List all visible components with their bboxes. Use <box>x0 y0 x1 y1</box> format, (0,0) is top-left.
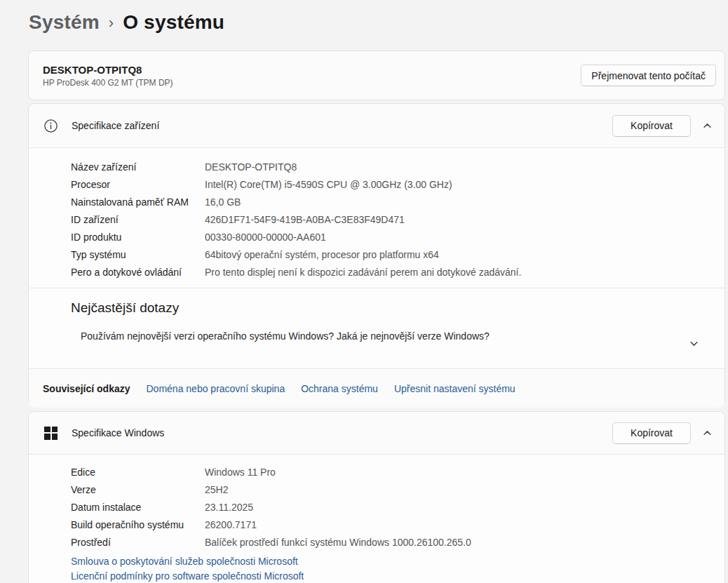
link-domain-or-workgroup[interactable]: Doména nebo pracovní skupina <box>147 383 285 394</box>
windows-specs-list: Edice Windows 11 Pro Verze 25H2 Datum in… <box>29 455 724 583</box>
spec-value: Balíček prostředí funkcí systému Windows… <box>205 537 471 548</box>
windows-logo-icon <box>43 426 58 441</box>
link-system-protection[interactable]: Ochrana systému <box>301 383 378 394</box>
spec-row-device-name: Název zařízení DESKTOP-OTPITQ8 <box>71 158 724 175</box>
breadcrumb-system[interactable]: Systém <box>29 11 100 34</box>
spec-label: Procesor <box>71 179 205 190</box>
copy-windows-specs-button[interactable]: Kopírovat <box>612 422 691 444</box>
device-model: HP ProDesk 400 G2 MT (TPM DP) <box>43 78 581 88</box>
spec-row-edition: Edice Windows 11 Pro <box>71 463 724 481</box>
spec-value: 00330-80000-00000-AA601 <box>205 232 326 243</box>
device-specs-list: Název zařízení DESKTOP-OTPITQ8 Procesor … <box>29 148 724 288</box>
spec-label: Prostředí <box>71 537 205 548</box>
spec-row-experience: Prostředí Balíček prostředí funkcí systé… <box>71 533 724 551</box>
spec-label: Nainstalovaná paměť RAM <box>71 196 205 208</box>
spec-value: 426D1F71-54F9-419B-A0BA-C3E83F49D471 <box>205 214 405 225</box>
chevron-up-icon[interactable] <box>696 422 717 443</box>
spec-row-ram: Nainstalovaná paměť RAM 16,0 GB <box>71 193 724 210</box>
chevron-up-icon[interactable] <box>696 115 717 136</box>
spec-value: 23.11.2025 <box>205 502 253 513</box>
copy-device-specs-button[interactable]: Kopírovat <box>612 115 691 137</box>
spec-label: Edice <box>71 467 205 478</box>
spec-row-pen-touch: Pero a dotykové ovládání Pro tento displ… <box>71 263 724 281</box>
spec-label: Typ systému <box>71 249 205 260</box>
windows-specs-card: Specifikace Windows Kopírovat Edice Wind… <box>28 411 725 583</box>
windows-specs-header[interactable]: Specifikace Windows Kopírovat <box>29 412 724 455</box>
page-title: O systému <box>123 11 224 34</box>
spec-row-os-build: Build operačního systému 26200.7171 <box>71 516 724 533</box>
spec-label: Název zařízení <box>71 161 205 173</box>
spec-value: Pro tento displej není k dispozici zadáv… <box>205 267 521 278</box>
info-icon <box>43 119 58 133</box>
spec-value: Windows 11 Pro <box>205 467 276 478</box>
chevron-down-icon[interactable] <box>685 335 702 351</box>
link-services-agreement[interactable]: Smlouva o poskytování služeb společnosti… <box>71 554 724 569</box>
device-specs-header[interactable]: Specifikace zařízení Kopírovat <box>29 104 724 148</box>
spec-value: 16,0 GB <box>205 196 241 208</box>
spec-row-version: Verze 25H2 <box>71 481 724 498</box>
faq-section: Nejčastější dotazy Používám nejnovější v… <box>29 288 724 369</box>
spec-label: Build operačního systému <box>71 519 205 530</box>
link-advanced-system-settings[interactable]: Upřesnit nastavení systému <box>394 383 515 394</box>
device-name-card: DESKTOP-OTPITQ8 HP ProDesk 400 G2 MT (TP… <box>28 51 725 100</box>
faq-title: Nejčastější dotazy <box>71 300 724 316</box>
windows-specs-title: Specifikace Windows <box>72 427 164 438</box>
spec-value: 25H2 <box>205 484 228 495</box>
spec-value: 26200.7171 <box>205 519 257 530</box>
faq-question[interactable]: Používám nejnovější verzi operačního sys… <box>81 330 642 342</box>
device-specs-card: Specifikace zařízení Kopírovat Název zař… <box>28 103 725 406</box>
breadcrumb: Systém › O systému <box>29 11 224 34</box>
spec-row-device-id: ID zařízení 426D1F71-54F9-419B-A0BA-C3E8… <box>71 210 724 228</box>
chevron-right-icon: › <box>109 14 114 31</box>
related-links-row: Související odkazy Doména nebo pracovní … <box>29 369 724 408</box>
spec-label: Verze <box>71 484 205 495</box>
spec-label: Datum instalace <box>71 502 205 513</box>
link-software-license-terms[interactable]: Licenční podmínky pro software společnos… <box>71 569 724 583</box>
license-links: Smlouva o poskytování služeb společnosti… <box>71 554 724 583</box>
spec-row-install-date: Datum instalace 23.11.2025 <box>71 498 724 516</box>
spec-value: DESKTOP-OTPITQ8 <box>205 161 297 173</box>
spec-label: ID produktu <box>71 232 205 243</box>
spec-row-product-id: ID produktu 00330-80000-00000-AA601 <box>71 228 724 246</box>
spec-label: Pero a dotykové ovládání <box>71 267 205 278</box>
device-name: DESKTOP-OTPITQ8 <box>43 64 581 76</box>
related-links-label: Související odkazy <box>43 383 130 394</box>
spec-row-system-type: Typ systému 64bitový operační systém, pr… <box>71 246 724 263</box>
device-specs-title: Specifikace zařízení <box>72 120 159 131</box>
device-info: DESKTOP-OTPITQ8 HP ProDesk 400 G2 MT (TP… <box>43 64 581 88</box>
spec-label: ID zařízení <box>71 214 205 225</box>
spec-row-processor: Procesor Intel(R) Core(TM) i5-4590S CPU … <box>71 175 724 193</box>
spec-value: 64bitový operační systém, procesor pro p… <box>205 249 439 260</box>
spec-value: Intel(R) Core(TM) i5-4590S CPU @ 3.00GHz… <box>205 179 452 190</box>
rename-pc-button[interactable]: Přejmenovat tento počítač <box>581 65 716 86</box>
